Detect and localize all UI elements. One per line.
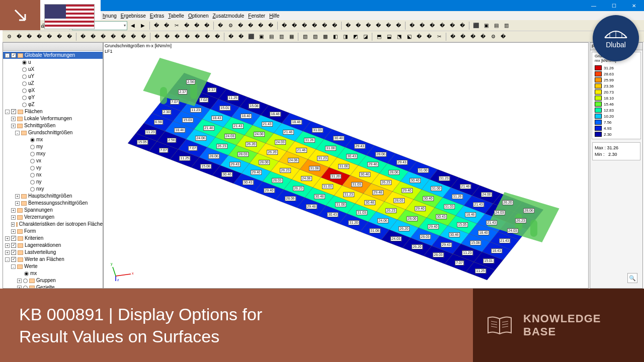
tool-icon[interactable]: ⬔	[394, 32, 404, 41]
tool-icon[interactable]: �	[202, 21, 211, 30]
tree-item[interactable]: uX	[3, 66, 103, 73]
tool-icon[interactable]: �	[428, 21, 437, 30]
tool-icon[interactable]: �	[99, 32, 108, 41]
radio[interactable]	[22, 88, 27, 93]
tool-icon[interactable]: �	[203, 32, 212, 41]
tree-item[interactable]: mx	[3, 270, 103, 277]
tool-icon[interactable]: �	[266, 21, 275, 30]
tool-icon[interactable]: �	[394, 21, 403, 30]
tool-icon[interactable]: �	[256, 21, 265, 30]
tool-icon[interactable]: �	[354, 21, 363, 30]
radio[interactable]	[30, 152, 35, 156]
checkbox[interactable]: ✓	[11, 257, 16, 262]
tool-icon[interactable]: �	[152, 32, 162, 41]
tool-icon[interactable]: ◪	[361, 32, 370, 41]
tree-item[interactable]: -✓Flächen	[3, 108, 103, 115]
tool-icon[interactable]: �	[192, 21, 201, 30]
tool-icon[interactable]: ◩	[351, 32, 360, 41]
tree-item[interactable]: +✓Lagerreaktionen	[3, 242, 103, 249]
tool-icon[interactable]: �	[468, 32, 477, 41]
radio[interactable]	[30, 145, 35, 149]
tree-item[interactable]: +Form	[3, 228, 103, 235]
expand-icon[interactable]: +	[11, 124, 16, 128]
minimize-button[interactable]: —	[584, 0, 604, 11]
tool-icon[interactable]: �	[415, 32, 424, 41]
radio[interactable]	[22, 81, 27, 86]
tool-icon[interactable]: ⚙	[489, 32, 498, 41]
tool-icon[interactable]: �	[246, 21, 255, 30]
radio[interactable]	[23, 279, 28, 283]
maximize-button[interactable]: ☐	[604, 0, 624, 11]
tool-icon[interactable]: �	[364, 21, 373, 30]
checkbox[interactable]: ✓	[11, 109, 16, 114]
tree-item[interactable]: +Spannungen	[3, 207, 103, 214]
tree-item[interactable]: vy	[3, 164, 103, 171]
nav-next-icon[interactable]: ▶	[138, 21, 147, 30]
tool-icon[interactable]: ▣	[481, 21, 491, 30]
menu-item[interactable]: Hilfe	[269, 13, 279, 19]
tool-icon[interactable]: ▥	[277, 32, 286, 41]
tool-icon[interactable]: �	[109, 32, 118, 41]
tool-icon[interactable]: ✂	[172, 21, 181, 30]
tree-item[interactable]: +Bemessungsschnittgrößen	[3, 200, 103, 207]
tool-icon[interactable]: ⬛	[247, 32, 256, 41]
expand-icon[interactable]: +	[15, 201, 20, 206]
tool-icon[interactable]: �	[55, 32, 64, 41]
tree-item[interactable]: -✓Globale Verformungen	[3, 52, 103, 59]
expand-icon[interactable]: -	[5, 110, 10, 114]
radio[interactable]	[30, 187, 35, 192]
tool-icon[interactable]: �	[193, 32, 202, 41]
tool-icon[interactable]: �	[65, 32, 74, 41]
radio[interactable]	[22, 74, 27, 79]
tree-item[interactable]: +Hauptschnittgrößen	[3, 193, 103, 200]
tree-item[interactable]: uY	[3, 73, 103, 80]
expand-icon[interactable]: +	[11, 222, 15, 227]
tool-icon[interactable]: ▣	[257, 32, 266, 41]
expand-icon[interactable]: -	[5, 53, 10, 58]
tool-icon[interactable]: �	[89, 32, 98, 41]
tool-icon[interactable]: �	[408, 21, 417, 30]
tree-item[interactable]: vx	[3, 157, 103, 164]
tool-icon[interactable]: �	[290, 21, 299, 30]
tool-icon[interactable]: ⬒	[374, 32, 383, 41]
tool-icon[interactable]: �	[182, 21, 191, 30]
tool-icon[interactable]: �	[78, 32, 88, 41]
menu-item[interactable]: Zusatzmodule	[212, 13, 244, 19]
menu-item[interactable]: Fenster	[248, 13, 265, 19]
tree-item[interactable]: +Verzerrungen	[3, 214, 103, 221]
tool-icon[interactable]: �	[15, 32, 24, 41]
tool-icon[interactable]: �	[330, 21, 339, 30]
radio[interactable]	[22, 67, 27, 72]
tool-icon[interactable]: �	[374, 21, 383, 30]
radio[interactable]	[30, 173, 35, 177]
tool-icon[interactable]: �	[300, 21, 309, 30]
tool-icon[interactable]: ⬕	[405, 32, 414, 41]
tool-icon[interactable]: ✂	[435, 32, 444, 41]
tool-icon[interactable]: ◨	[341, 32, 350, 41]
expand-icon[interactable]: +	[11, 208, 16, 213]
tree-item[interactable]: nxy	[3, 186, 103, 193]
tree-item[interactable]: my	[3, 143, 103, 150]
tree-item[interactable]: φZ	[3, 101, 103, 108]
checkbox[interactable]: ✓	[11, 250, 16, 255]
tool-icon[interactable]: �	[25, 32, 34, 41]
radio[interactable]	[22, 60, 27, 65]
tool-icon[interactable]: ◧	[331, 32, 340, 41]
tool-icon[interactable]: ▨	[310, 32, 319, 41]
tool-icon[interactable]: ▤	[267, 32, 276, 41]
tree-item[interactable]: φX	[3, 87, 103, 94]
tool-icon[interactable]: �	[226, 32, 235, 41]
tool-icon[interactable]: �	[425, 32, 434, 41]
expand-icon[interactable]: -	[15, 131, 20, 135]
expand-icon[interactable]: +	[11, 229, 16, 234]
expand-icon[interactable]: -	[11, 264, 16, 269]
tree-item[interactable]: +Lokale Verformungen	[3, 115, 103, 122]
tool-icon[interactable]: �	[310, 21, 319, 30]
tree-item[interactable]: +✓Kriterien	[3, 235, 103, 242]
menu-item[interactable]: Ergebnisse	[121, 13, 146, 19]
tree-item[interactable]: +✓Lastverteilung	[3, 249, 103, 256]
radio[interactable]	[30, 159, 35, 163]
checkbox[interactable]: ✓	[11, 243, 16, 248]
expand-icon[interactable]: +	[5, 250, 10, 255]
expand-icon[interactable]: +	[11, 117, 16, 121]
